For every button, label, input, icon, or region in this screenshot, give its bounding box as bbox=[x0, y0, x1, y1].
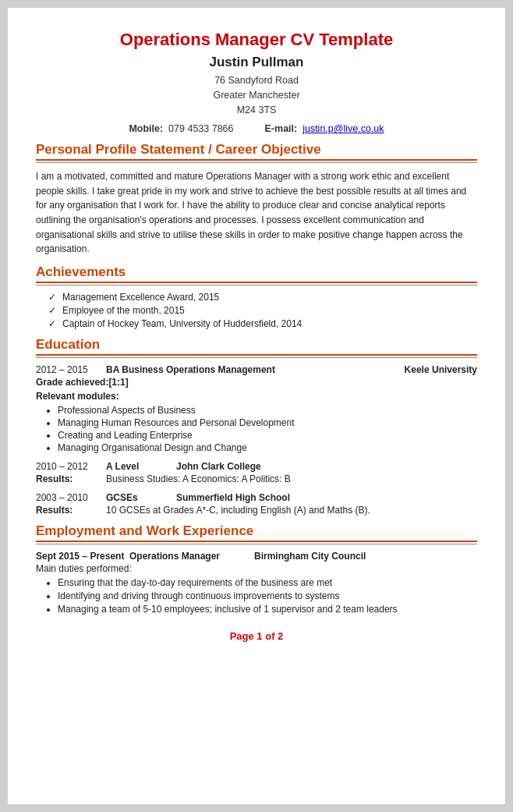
mobile-info: Mobile: 079 4533 7866 bbox=[129, 123, 233, 134]
edu-dates-1: 2012 – 2015 bbox=[36, 364, 106, 375]
cv-title: Operations Manager CV Template bbox=[36, 30, 477, 50]
profile-heading: Personal Profile Statement / Career Obje… bbox=[36, 142, 477, 158]
duty-item: Identifying and driving through continuo… bbox=[58, 590, 477, 601]
cv-page: Operations Manager CV Template Justin Pu… bbox=[8, 8, 505, 804]
achievements-divider1 bbox=[36, 282, 477, 283]
email-label: E-mail: bbox=[265, 123, 298, 134]
email-info: E-mail: justin.p@live.co.uk bbox=[265, 123, 384, 134]
emp-entry-1: Sept 2015 – Present Operations Manager B… bbox=[36, 551, 477, 615]
education-divider1 bbox=[36, 354, 477, 356]
cv-address: 76 Sandyford Road Greater Manchester M24… bbox=[36, 73, 477, 117]
edu-level-3: GCSEs bbox=[106, 492, 176, 503]
grade-value-1: [1:1] bbox=[108, 377, 128, 388]
modules-label-1: Relevant modules: bbox=[36, 391, 477, 402]
edu-grade-row-1: Grade achieved: [1:1] bbox=[36, 377, 477, 388]
module-item: Managing Human Resources and Personal De… bbox=[58, 417, 477, 428]
edu-school-3: Summerfield High School bbox=[176, 492, 290, 503]
edu-school-2: John Clark College bbox=[176, 461, 261, 472]
edu-level-2: A Level bbox=[106, 461, 176, 472]
edu-row-2: 2010 – 2012 A Level John Clark College bbox=[36, 461, 477, 472]
address-line3: M24 3TS bbox=[237, 105, 277, 115]
duty-item: Managing a team of 5-10 employees; inclu… bbox=[58, 604, 477, 615]
mobile-number: 079 4533 7866 bbox=[168, 123, 233, 134]
cv-contact: Mobile: 079 4533 7866 E-mail: justin.p@l… bbox=[36, 123, 477, 134]
emp-divider1 bbox=[36, 541, 477, 542]
emp-company-1: Birmingham City Council bbox=[254, 551, 366, 562]
profile-divider1 bbox=[36, 159, 477, 161]
profile-divider2 bbox=[36, 162, 477, 163]
emp-dates-1: Sept 2015 – Present bbox=[36, 551, 129, 562]
emp-divider2 bbox=[36, 544, 477, 544]
address-line2: Greater Manchester bbox=[213, 90, 299, 101]
duty-item: Ensuring that the day-to-day requirement… bbox=[58, 577, 477, 588]
emp-duties-label-1: Main duties performed: bbox=[36, 563, 477, 574]
achievements-list: Management Excellence Award, 2015 Employ… bbox=[48, 292, 477, 329]
address-line1: 76 Sandyford Road bbox=[214, 75, 299, 86]
profile-text: I am a motivated, committed and mature O… bbox=[36, 169, 477, 257]
module-item: Professional Aspects of Business bbox=[58, 405, 477, 416]
edu-entry-2: 2010 – 2012 A Level John Clark College R… bbox=[36, 461, 477, 484]
edu-results-row-2: Results: Business Studies: A Economics: … bbox=[36, 473, 477, 484]
edu-degree-1: BA Business Operations Management bbox=[106, 364, 405, 375]
achievements-divider2 bbox=[36, 285, 477, 285]
modules-list-1: Professional Aspects of Business Managin… bbox=[58, 405, 477, 453]
edu-row-3: 2003 – 2010 GCSEs Summerfield High Schoo… bbox=[36, 492, 477, 503]
achievement-item: Captain of Hockey Team, University of Hu… bbox=[48, 318, 477, 329]
email-link[interactable]: justin.p@live.co.uk bbox=[302, 123, 384, 134]
edu-dates-3: 2003 – 2010 bbox=[36, 492, 106, 503]
mobile-label: Mobile: bbox=[129, 123, 163, 134]
results-value-2: Business Studies: A Economics: A Politic… bbox=[106, 473, 291, 484]
edu-university-1: Keele University bbox=[405, 364, 477, 375]
results-value-3: 10 GCSEs at Grades A*-C, including Engli… bbox=[106, 505, 370, 516]
module-item: Creating and Leading Enterprise bbox=[58, 430, 477, 441]
edu-row-1: 2012 – 2015 BA Business Operations Manag… bbox=[36, 364, 477, 375]
education-divider2 bbox=[36, 357, 477, 358]
edu-entry-3: 2003 – 2010 GCSEs Summerfield High Schoo… bbox=[36, 492, 477, 516]
achievements-heading: Achievements bbox=[36, 264, 477, 280]
results-label-3: Results: bbox=[36, 505, 106, 516]
cv-name: Justin Pullman bbox=[36, 55, 477, 70]
grade-label-1: Grade achieved: bbox=[36, 377, 108, 388]
emp-row-1: Sept 2015 – Present Operations Manager B… bbox=[36, 551, 477, 562]
emp-duties-list-1: Ensuring that the day-to-day requirement… bbox=[58, 577, 477, 615]
edu-results-row-3: Results: 10 GCSEs at Grades A*-C, includ… bbox=[36, 505, 477, 516]
page-footer: Page 1 of 2 bbox=[36, 630, 477, 642]
module-item: Managing Organisational Design and Chang… bbox=[58, 442, 477, 453]
edu-dates-2: 2010 – 2012 bbox=[36, 461, 106, 472]
results-label-2: Results: bbox=[36, 473, 106, 484]
employment-heading: Employment and Work Experience bbox=[36, 523, 477, 539]
emp-title-1: Operations Manager bbox=[129, 551, 254, 562]
edu-entry-1: 2012 – 2015 BA Business Operations Manag… bbox=[36, 364, 477, 453]
achievement-item: Management Excellence Award, 2015 bbox=[48, 292, 477, 303]
achievement-item: Employee of the month, 2015 bbox=[48, 305, 477, 316]
education-heading: Education bbox=[36, 337, 477, 353]
